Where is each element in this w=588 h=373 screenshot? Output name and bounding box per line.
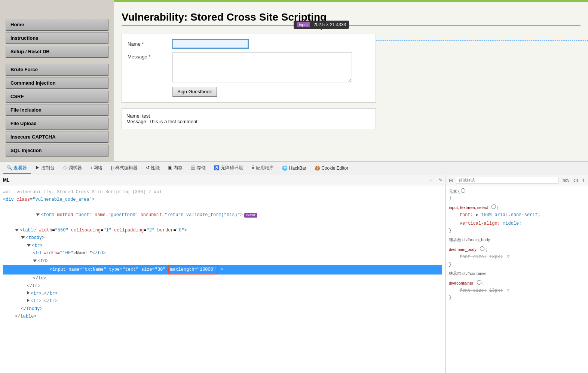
devtools-toolbar: 🔍 查看器 ▶ 控制台 ◇ 调试器 ↕ 网络 {} 样式编辑器 ↺ 性能 ▣ 内… bbox=[0, 162, 588, 175]
ml-label: ML bbox=[3, 178, 9, 183]
name-row: Name * bbox=[128, 40, 370, 48]
styles-section-main-body: div#main_body { font-size: 13px; ▽ } bbox=[449, 246, 585, 267]
styles-panel-wrapper: ⊟ :hov .cls + 元素 { } input, textarea, se… bbox=[446, 175, 588, 373]
tab-console[interactable]: ▶ 控制台 bbox=[31, 163, 58, 174]
highlighted-maxlength: maxlength="10000" bbox=[168, 265, 218, 275]
style-rule-font: font: ▶ 100% arial,sans-serif; bbox=[449, 211, 585, 219]
sidebar-item-insecure-captcha[interactable]: Insecure CAPTCHA bbox=[6, 131, 108, 143]
style-editor-icon: {} bbox=[111, 165, 114, 170]
html-line-9[interactable]: </td> bbox=[3, 275, 442, 282]
sidebar: Home Instructions Setup / Reset DB Brute… bbox=[0, 0, 114, 161]
performance-icon: ↺ bbox=[146, 165, 150, 170]
application-icon: ⠿ bbox=[251, 165, 255, 170]
devtools-main: ML + ✎ #ul .vulnerability: Stored Cross … bbox=[0, 175, 588, 373]
sidebar-item-home[interactable]: Home bbox=[6, 19, 108, 31]
devtools-panel: 🔍 查看器 ▶ 控制台 ◇ 调试器 ↕ 网络 {} 样式编辑器 ↺ 性能 ▣ 内… bbox=[0, 161, 588, 373]
gear-icon-main-body[interactable] bbox=[480, 246, 484, 251]
html-line-breadcrumb: #ul .vulnerability: Stored Cross Site Sc… bbox=[3, 188, 442, 196]
html-line-2[interactable]: <form method="post" name="guestform" ons… bbox=[3, 204, 442, 227]
tab-performance[interactable]: ↺ 性能 bbox=[142, 163, 163, 174]
expand-tr2[interactable] bbox=[27, 291, 30, 295]
sidebar-item-setup[interactable]: Setup / Reset DB bbox=[6, 46, 108, 58]
style-rule-vertical-align: vertical-align: middle; bbox=[449, 219, 585, 228]
collapse-table[interactable] bbox=[15, 229, 19, 231]
html-line-10[interactable]: </tr> bbox=[3, 282, 442, 290]
input-tooltip: input 202.5 × 21.4333 bbox=[294, 21, 349, 29]
html-line-12[interactable]: <tr>…</tr> bbox=[3, 297, 442, 305]
inspector-icon: 🔍 bbox=[7, 165, 12, 170]
tab-style-editor[interactable]: {} 样式编辑器 bbox=[107, 163, 141, 174]
sidebar-item-csrf[interactable]: CSRF bbox=[6, 91, 108, 103]
sidebar-item-brute-force[interactable]: Brute Force bbox=[6, 64, 108, 76]
accessibility-icon: ♿ bbox=[214, 165, 220, 170]
debugger-icon: ◇ bbox=[63, 165, 67, 170]
pseudo-cls[interactable]: .cls bbox=[572, 178, 579, 182]
tab-inspector[interactable]: 🔍 查看器 bbox=[3, 163, 31, 174]
html-line-3[interactable]: <table width="550" cellspacing="1" cellp… bbox=[3, 227, 442, 234]
styles-section-element: 元素 { } bbox=[449, 188, 585, 201]
submit-row: Sign Guestbook bbox=[128, 87, 370, 97]
message-textarea[interactable] bbox=[172, 52, 352, 82]
storage-icon: ▤ bbox=[191, 165, 195, 170]
html-line-1[interactable]: <div class="vulnerable_code_area"> bbox=[3, 196, 442, 203]
html-line-4[interactable]: <tbody> bbox=[3, 234, 442, 242]
html-line-14[interactable]: </table> bbox=[3, 313, 442, 320]
sidebar-item-file-upload[interactable]: File Upload bbox=[6, 118, 108, 130]
memory-icon: ▣ bbox=[168, 165, 172, 170]
sidebar-item-file-inclusion[interactable]: File Inclusion bbox=[6, 104, 108, 116]
tab-debugger[interactable]: ◇ 调试器 bbox=[59, 163, 86, 174]
styles-section-inherited-main-body-header: 继承自 div#main_body bbox=[449, 237, 585, 243]
tab-accessibility[interactable]: ♿ 无障碍环境 bbox=[210, 163, 247, 174]
collapse-tbody[interactable] bbox=[21, 236, 25, 239]
tab-hackbar[interactable]: 🌐 HackBar bbox=[278, 163, 310, 174]
style-rule-font-size-main: font-size: 13px; ▽ bbox=[449, 253, 585, 261]
tab-cookie-editor[interactable]: 🍪 Cookie Editor bbox=[311, 163, 352, 174]
html-line-6[interactable]: <td width="100">Name *</td> bbox=[3, 249, 442, 257]
name-label: Name * bbox=[128, 40, 172, 47]
console-icon: ▶ bbox=[35, 165, 40, 170]
sign-guestbook-button[interactable]: Sign Guestbook bbox=[172, 87, 217, 97]
html-line-8-selected[interactable]: <input name="txtName" type="text" size="… bbox=[3, 265, 442, 275]
styles-panel: 元素 { } input, textarea, select { font: ▶… bbox=[446, 185, 588, 307]
html-line-5[interactable]: <tr> bbox=[3, 242, 442, 249]
styles-header-container: div#container { bbox=[449, 280, 585, 285]
add-rule-button[interactable]: + bbox=[429, 177, 433, 184]
hackbar-icon: 🌐 bbox=[282, 166, 288, 171]
cookie-editor-icon: 🍪 bbox=[315, 166, 320, 171]
sidebar-item-instructions[interactable]: Instructions bbox=[6, 32, 108, 44]
html-panel-toolbar: ML + ✎ bbox=[0, 175, 445, 185]
html-line-11[interactable]: <tr>…</tr> bbox=[3, 290, 442, 297]
pick-element-button[interactable]: ✎ bbox=[439, 178, 442, 183]
pseudo-hov[interactable]: :hov bbox=[561, 178, 569, 182]
expand-tr3[interactable] bbox=[27, 298, 30, 302]
tooltip-dimensions: 202.5 × 21.4333 bbox=[313, 22, 346, 27]
guestbook-name: Name: test bbox=[126, 113, 371, 119]
tab-application[interactable]: ⠿ 应用程序 bbox=[248, 163, 278, 174]
gear-icon-container[interactable] bbox=[477, 280, 481, 285]
event-badge: event bbox=[244, 213, 257, 218]
gear-icon-input[interactable] bbox=[491, 204, 496, 209]
add-rule-styles[interactable]: + bbox=[582, 177, 585, 184]
styles-section-inherited-container-header: 继承自 div#container bbox=[449, 271, 585, 276]
styles-filter-input[interactable] bbox=[456, 177, 558, 184]
gear-icon-element[interactable] bbox=[461, 188, 465, 193]
styles-filter-bar: ⊟ :hov .cls + bbox=[446, 175, 588, 185]
tab-memory[interactable]: ▣ 内存 bbox=[164, 163, 186, 174]
styles-header-main-body: div#main_body { bbox=[449, 246, 585, 252]
page-title: Vulnerability: Stored Cross Site Scripti… bbox=[122, 11, 581, 26]
collapse-td[interactable] bbox=[33, 260, 37, 262]
styles-section-container: div#container { font-size: 13px; ▽ } bbox=[449, 280, 585, 300]
inherited-main-body-label: 继承自 div#main_body bbox=[449, 237, 585, 243]
collapse-form[interactable] bbox=[36, 213, 40, 216]
html-line-13[interactable]: </tbody> bbox=[3, 305, 442, 313]
guestbook-entry: Name: test Message: This is a test comme… bbox=[122, 108, 376, 129]
html-panel-wrapper: ML + ✎ #ul .vulnerability: Stored Cross … bbox=[0, 175, 446, 373]
tab-network[interactable]: ↕ 网络 bbox=[86, 163, 106, 174]
tab-storage[interactable]: ▤ 存储 bbox=[187, 163, 209, 174]
collapse-tr1[interactable] bbox=[27, 244, 31, 247]
styles-section-input: input, textarea, select { font: ▶ 100% a… bbox=[449, 204, 585, 233]
name-input[interactable] bbox=[172, 40, 248, 48]
sidebar-item-command-injection[interactable]: Command Injection bbox=[6, 77, 108, 89]
sidebar-item-sql-injection[interactable]: SQL Injection bbox=[6, 145, 108, 157]
html-line-7[interactable]: <td> bbox=[3, 257, 442, 265]
